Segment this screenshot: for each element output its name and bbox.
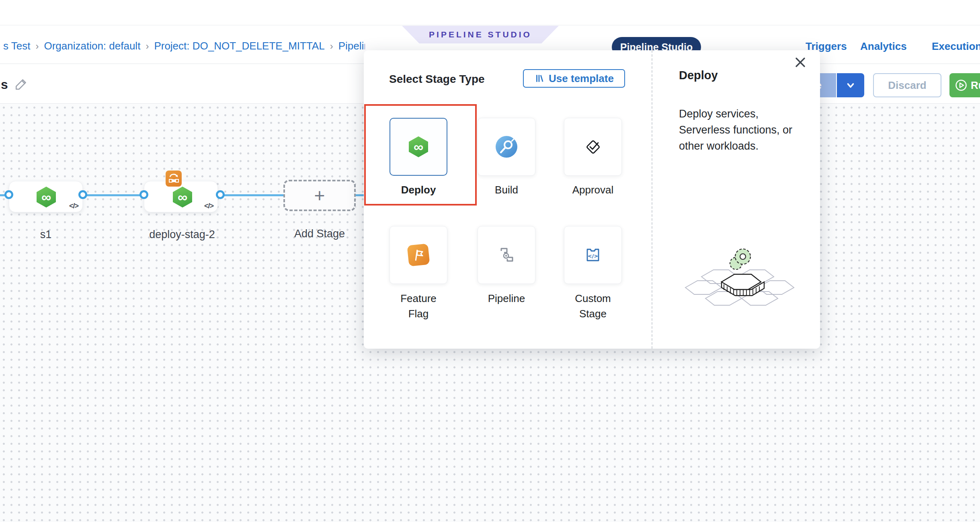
use-template-button[interactable]: Use template bbox=[523, 69, 625, 88]
nav-analytics[interactable]: Analytics bbox=[860, 40, 907, 53]
tile-label-pipeline: Pipeline bbox=[478, 291, 535, 306]
tile-label-feature-flag: Feature Flag bbox=[390, 291, 447, 321]
run-button[interactable]: Run bbox=[949, 73, 980, 97]
deploy-hexagons-illustration bbox=[677, 238, 802, 313]
run-play-icon bbox=[955, 79, 968, 92]
stage-node-deploy-stag-2[interactable]: ∞ </> bbox=[144, 181, 218, 212]
pipeline-studio-ribbon: PIPELINE STUDIO bbox=[402, 26, 559, 43]
feature-flag-icon bbox=[407, 243, 430, 266]
cd-hexagon-icon: ∞ bbox=[173, 187, 192, 208]
tile-label-custom-stage: Custom Stage bbox=[564, 291, 622, 321]
add-stage-label: Add Stage bbox=[267, 228, 372, 240]
run-button-label: Run bbox=[971, 79, 980, 92]
infinity-glyph: ∞ bbox=[178, 187, 187, 207]
breadcrumb: s Test›Organization: default›Project: DO… bbox=[3, 40, 365, 53]
tile-label-deploy: Deploy bbox=[390, 182, 447, 197]
plus-icon: + bbox=[314, 185, 325, 206]
build-ci-icon bbox=[496, 136, 517, 158]
select-stage-type-modal: Select Stage Type Use template ∞ bbox=[364, 50, 820, 349]
yaml-code-glyph: </> bbox=[204, 202, 213, 210]
cd-hexagon-icon: ∞ bbox=[37, 187, 56, 208]
detail-pane-title: Deploy bbox=[679, 69, 718, 82]
detail-pane-description: Deploy services, Serverless functions, o… bbox=[679, 106, 800, 154]
nav-executions[interactable]: Executions bbox=[932, 40, 980, 53]
breadcrumb-item-test[interactable]: s Test bbox=[3, 40, 30, 52]
template-library-icon bbox=[534, 73, 545, 84]
tile-label-approval: Approval bbox=[564, 182, 622, 197]
stage-port[interactable] bbox=[78, 190, 87, 199]
edit-pencil-icon[interactable] bbox=[14, 77, 28, 91]
add-stage-button[interactable]: + bbox=[283, 180, 356, 211]
breadcrumb-separator: › bbox=[140, 41, 154, 51]
stage-type-tile-pipeline[interactable] bbox=[478, 226, 535, 284]
modal-title: Select Stage Type bbox=[389, 73, 485, 86]
stage-label-deploy-stag-2[interactable]: deploy-stag-2 bbox=[130, 228, 234, 241]
modal-pane-divider bbox=[652, 50, 652, 349]
deploy-hexagon-icon: ∞ bbox=[409, 136, 428, 157]
yaml-code-glyph: </> bbox=[69, 202, 78, 210]
chevron-down-icon bbox=[845, 80, 856, 90]
infinity-glyph: ∞ bbox=[414, 137, 423, 156]
stage-type-tile-custom-stage[interactable]: </> bbox=[564, 226, 622, 284]
save-options-chevron-button[interactable] bbox=[837, 73, 864, 97]
use-template-label: Use template bbox=[549, 72, 614, 85]
stage-port[interactable] bbox=[139, 190, 148, 199]
pipeline-name-fragment: s bbox=[1, 77, 8, 92]
pipeline-chained-stages-icon bbox=[495, 244, 518, 266]
breadcrumb-item-organization[interactable]: Organization: default bbox=[44, 40, 140, 52]
close-icon[interactable] bbox=[793, 55, 808, 70]
breadcrumb-separator: › bbox=[325, 41, 338, 51]
breadcrumb-item-project[interactable]: Project: DO_NOT_DELETE_MITTAL bbox=[154, 40, 324, 52]
stage-node-s1[interactable]: ∞ </> bbox=[9, 181, 83, 212]
top-header-strip bbox=[0, 0, 980, 25]
connector-edge bbox=[82, 194, 145, 196]
infinity-glyph: ∞ bbox=[41, 187, 51, 207]
custom-stage-icon: </> bbox=[582, 244, 604, 266]
discard-button[interactable]: Discard bbox=[873, 73, 941, 97]
breadcrumb-separator: › bbox=[30, 41, 44, 51]
stage-type-tile-approval[interactable] bbox=[564, 118, 622, 176]
stage-port[interactable] bbox=[4, 190, 13, 199]
tile-label-build: Build bbox=[478, 182, 535, 197]
svg-text:</>: </> bbox=[588, 253, 599, 259]
connector-edge bbox=[219, 194, 284, 196]
stage-type-tile-build[interactable] bbox=[478, 118, 535, 176]
breadcrumb-item-pipelines[interactable]: Pipelines bbox=[338, 40, 365, 52]
stage-label-s1[interactable]: s1 bbox=[0, 228, 98, 241]
stage-type-tile-deploy[interactable]: ∞ bbox=[390, 118, 447, 176]
stage-port[interactable] bbox=[216, 190, 225, 199]
stage-type-tile-feature-flag[interactable] bbox=[390, 226, 447, 284]
approval-check-diamond-icon bbox=[582, 136, 604, 158]
rolling-deployment-badge-icon bbox=[166, 171, 182, 187]
